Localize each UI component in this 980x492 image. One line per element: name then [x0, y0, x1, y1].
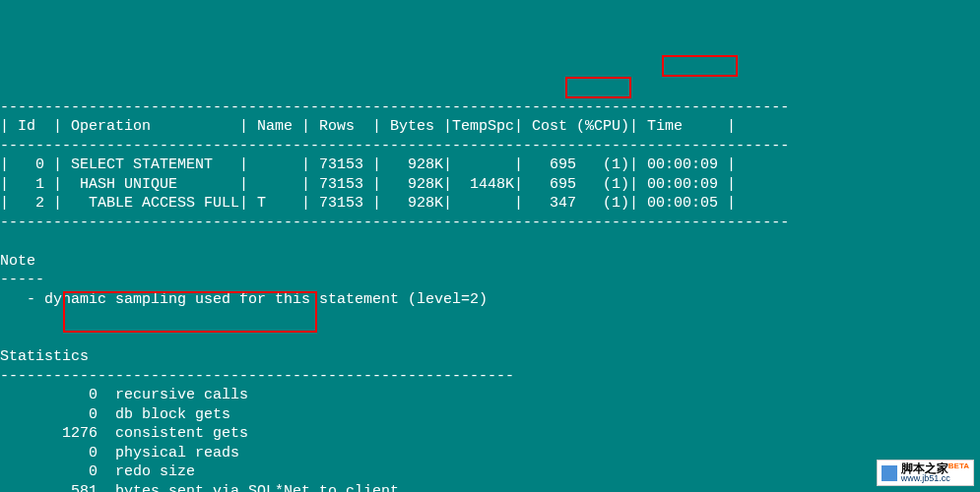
blank-line [0, 233, 9, 250]
plan-row-2: | 2 | TABLE ACCESS FULL| T | 73153 | 928… [0, 195, 736, 212]
note-title: Note [0, 253, 35, 270]
plan-divider-mid: ----------------------------------------… [0, 138, 789, 154]
statistics-divider: ----------------------------------------… [0, 368, 514, 385]
statistics-title: Statistics [0, 348, 89, 365]
plan-header-row: | Id | Operation | Name | Rows | Bytes |… [0, 118, 736, 135]
watermark-badge: 脚本之家BETA www.jb51.cc [877, 460, 974, 486]
note-divider: ----- [0, 272, 44, 288]
plan-divider-top: ----------------------------------------… [0, 99, 789, 116]
highlight-cost-695 [662, 55, 738, 77]
terminal-output: ----------------------------------------… [0, 79, 980, 492]
logo-icon [882, 465, 897, 481]
watermark-url: www.jb51.cc [901, 474, 969, 483]
statistics-rows: 0 recursive calls 0 db block gets 1276 c… [0, 386, 980, 492]
plan-row-1: | 1 | HASH UNIQUE | | 73153 | 928K| 1448… [0, 176, 736, 193]
plan-row-0: | 0 | SELECT STATEMENT | | 73153 | 928K|… [0, 156, 736, 173]
blank-line [0, 330, 9, 346]
plan-divider-bot: ----------------------------------------… [0, 215, 789, 231]
blank-line [0, 310, 9, 327]
note-body: - dynamic sampling used for this stateme… [0, 291, 488, 308]
